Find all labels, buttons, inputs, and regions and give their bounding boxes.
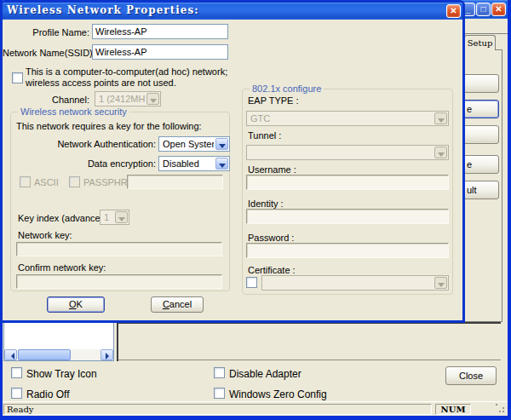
status-panel-num: NUM bbox=[435, 404, 471, 415]
chevron-down-icon[interactable] bbox=[215, 158, 228, 170]
horizontal-scrollbar[interactable] bbox=[4, 349, 113, 360]
ssid-label: Network Name(SSID): bbox=[3, 48, 89, 58]
key-index-value: 1 bbox=[104, 212, 113, 222]
dialog-title: Wireless Network Properties: bbox=[7, 4, 199, 16]
ok-button-label: OK bbox=[48, 297, 104, 312]
close-button-label: Close bbox=[446, 367, 496, 384]
encryption-label: Data encryption: bbox=[40, 158, 156, 169]
identity-label: Identity : bbox=[248, 198, 284, 209]
close-icon[interactable]: ✕ bbox=[491, 3, 506, 16]
username-label: Username : bbox=[248, 164, 296, 175]
profile-listbox[interactable] bbox=[3, 320, 114, 361]
tab-setup-label: Setup bbox=[468, 38, 493, 48]
profile-name-value: Wireless-AP bbox=[95, 26, 147, 37]
window-frame-bottom bbox=[0, 416, 511, 420]
ok-button[interactable]: OK bbox=[47, 296, 105, 313]
radio-off-checkbox[interactable] bbox=[11, 388, 22, 399]
chevron-down-icon bbox=[434, 147, 447, 158]
cancel-button-label: Cancel bbox=[152, 297, 203, 312]
confirm-key-input bbox=[16, 274, 222, 289]
key-index-label: Key index (advanced): bbox=[18, 213, 111, 223]
dialog-titlebar[interactable]: Wireless Network Properties: ✕ bbox=[3, 3, 462, 20]
identity-input[interactable] bbox=[246, 209, 449, 224]
security-group-label: Wireless network security bbox=[18, 106, 129, 117]
certificate-select bbox=[261, 275, 449, 291]
status-num-text: NUM bbox=[436, 405, 470, 415]
auth-label: Network Authentication: bbox=[40, 139, 156, 149]
channel-label: Channel: bbox=[3, 95, 89, 105]
show-tray-checkbox[interactable] bbox=[11, 367, 22, 378]
eap-type-select: GTC bbox=[246, 111, 449, 126]
ssid-input[interactable]: Wireless-AP bbox=[92, 44, 228, 60]
show-tray-label: Show Tray Icon bbox=[26, 368, 97, 380]
lower-panel bbox=[118, 324, 501, 360]
profile-name-input[interactable]: Wireless-AP bbox=[92, 24, 228, 39]
wireless-network-properties-dialog: Wireless Network Properties: ✕ Profile N… bbox=[0, 0, 465, 323]
close-button[interactable]: Close bbox=[445, 366, 497, 385]
desktop-screen: _ □ ✕ Setup e e ult Show Tray Icon bbox=[0, 0, 511, 420]
ssid-value: Wireless-AP bbox=[95, 47, 147, 57]
chevron-down-icon bbox=[115, 211, 128, 223]
radio-off-label: Radio Off bbox=[26, 388, 69, 400]
adhoc-label: This is a computer-to-computer(ad hoc) n… bbox=[26, 66, 244, 89]
network-key-label: Network key: bbox=[18, 230, 72, 240]
dialog-close-icon[interactable]: ✕ bbox=[446, 4, 461, 18]
username-input[interactable] bbox=[246, 175, 449, 190]
channel-select: 1 (2412MHz) bbox=[95, 91, 161, 106]
channel-value: 1 (2412MHz) bbox=[99, 94, 145, 104]
auth-value: Open System bbox=[163, 139, 214, 149]
scrollbar-thumb[interactable] bbox=[18, 349, 71, 360]
dot1x-groupbox: 802.1x configure EAP TYPE : GTC Tunnel :… bbox=[242, 89, 453, 295]
eap-type-value: GTC bbox=[250, 113, 433, 124]
dot1x-group-label: 802.1x configure bbox=[250, 83, 324, 94]
scroll-left-icon[interactable] bbox=[4, 349, 17, 360]
maximize-icon[interactable]: □ bbox=[476, 3, 491, 16]
tab-setup[interactable]: Setup bbox=[464, 35, 496, 50]
security-intro: This network requires a key for the foll… bbox=[16, 121, 202, 131]
encryption-select[interactable]: Disabled bbox=[158, 156, 230, 171]
encryption-value: Disabled bbox=[163, 158, 214, 169]
resize-grip[interactable] bbox=[496, 404, 506, 414]
zero-config-checkbox[interactable] bbox=[214, 388, 225, 399]
key-index-select: 1 bbox=[100, 210, 129, 225]
security-groupbox: Wireless network security This network r… bbox=[10, 112, 230, 291]
chevron-down-icon bbox=[434, 277, 447, 289]
status-panel-ready: Ready bbox=[3, 404, 432, 415]
tunnel-label: Tunnel : bbox=[248, 130, 281, 141]
status-bar: Ready NUM bbox=[3, 401, 508, 416]
confirm-key-label: Confirm network key: bbox=[18, 262, 106, 273]
passphrase-input bbox=[127, 175, 223, 189]
chevron-down-icon bbox=[434, 112, 447, 124]
zero-config-label: Windows Zero Config bbox=[229, 388, 327, 400]
disable-adapter-checkbox[interactable] bbox=[214, 367, 225, 378]
ascii-checkbox bbox=[20, 176, 31, 187]
auth-select[interactable]: Open System bbox=[158, 136, 230, 152]
disable-adapter-label: Disable Adapter bbox=[229, 368, 301, 380]
password-input[interactable] bbox=[246, 243, 449, 258]
ascii-label: ASCII bbox=[34, 177, 59, 187]
eap-type-label: EAP TYPE : bbox=[248, 95, 299, 106]
profile-name-label: Profile Name: bbox=[3, 27, 89, 37]
tunnel-select bbox=[246, 145, 449, 160]
passphrase-checkbox bbox=[69, 176, 80, 187]
chevron-down-icon bbox=[146, 93, 159, 105]
password-label: Password : bbox=[248, 233, 294, 243]
window-frame-right bbox=[508, 0, 511, 420]
adhoc-checkbox[interactable] bbox=[12, 72, 23, 83]
cancel-button[interactable]: Cancel bbox=[151, 296, 204, 313]
certificate-checkbox[interactable] bbox=[246, 277, 257, 288]
chevron-down-icon[interactable] bbox=[215, 138, 228, 150]
scroll-right-icon[interactable] bbox=[100, 349, 113, 360]
status-ready-text: Ready bbox=[4, 405, 431, 415]
network-key-input bbox=[16, 242, 222, 256]
certificate-label: Certificate : bbox=[248, 265, 296, 275]
